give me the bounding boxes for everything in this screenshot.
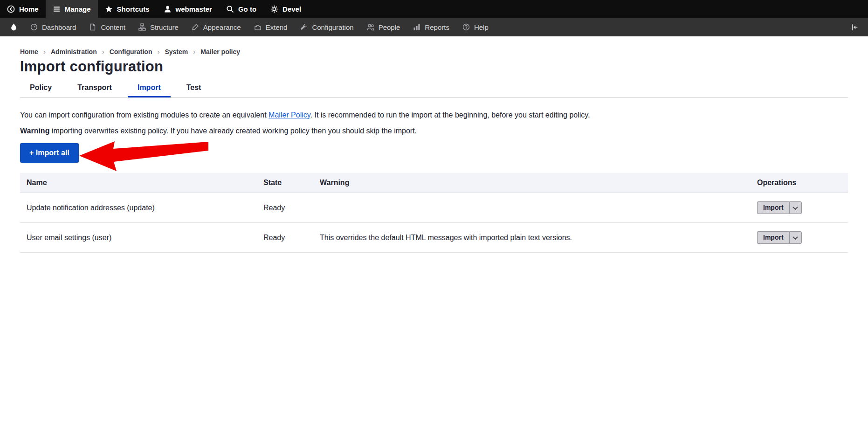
breadcrumb-configuration[interactable]: Configuration — [110, 48, 152, 55]
puzzle-icon — [254, 23, 262, 31]
toolbar-item-label: Manage — [65, 5, 91, 13]
dashboard-icon — [30, 23, 38, 31]
toolbar-item-home[interactable]: Home — [0, 0, 46, 18]
warning-text: importing overwrites existing policy. If… — [49, 127, 417, 135]
intro-text: You can import configuration from existi… — [20, 109, 848, 137]
hamburger-icon — [53, 5, 61, 13]
table-row: User email settings (user) Ready This ov… — [20, 223, 848, 253]
breadcrumb-system[interactable]: System — [165, 48, 188, 55]
user-icon — [164, 5, 172, 13]
cell-warning — [313, 193, 751, 223]
tray-spacer — [495, 18, 845, 36]
menu-item-label: People — [379, 23, 400, 31]
cell-operations: Import — [751, 223, 848, 253]
tab-transport[interactable]: Transport — [68, 79, 122, 97]
page-title: Import configuration — [20, 58, 848, 75]
main-content: Home › Administration › Configuration › … — [0, 36, 868, 253]
star-icon — [105, 5, 113, 13]
menu-item-label: Appearance — [203, 23, 241, 31]
people-icon — [367, 23, 374, 31]
chevron-right-icon: › — [193, 48, 195, 55]
toolbar-item-shortcuts[interactable]: Shortcuts — [98, 0, 157, 18]
cell-state: Ready — [257, 223, 313, 253]
wrench-icon — [300, 23, 308, 31]
chevron-down-icon — [792, 234, 798, 239]
menu-item-label: Help — [474, 23, 489, 31]
menu-item-label: Dashboard — [42, 23, 76, 31]
brush-icon — [192, 23, 199, 31]
chevron-right-icon: › — [43, 48, 46, 55]
menu-item-label: Structure — [150, 23, 179, 31]
menu-item-content[interactable]: Content — [83, 18, 132, 36]
column-header-state: State — [257, 173, 313, 193]
gear-icon — [270, 5, 278, 13]
toolbar-item-label: Shortcuts — [117, 5, 150, 13]
toolbar-orientation-toggle-icon[interactable] — [845, 18, 864, 36]
intro-paragraph: You can import configuration from existi… — [20, 109, 848, 121]
toolbar-item-goto[interactable]: Go to — [219, 0, 263, 18]
table-row: Update notification addresses (update) R… — [20, 193, 848, 223]
column-header-warning: Warning — [313, 173, 751, 193]
cell-name: Update notification addresses (update) — [20, 193, 257, 223]
cell-warning: This overrides the default HTML messages… — [313, 223, 751, 253]
bar-chart-icon — [413, 23, 420, 31]
chevron-down-icon — [792, 204, 798, 209]
menu-item-label: Configuration — [312, 23, 353, 31]
menu-item-reports[interactable]: Reports — [406, 18, 456, 36]
menu-item-people[interactable]: People — [360, 18, 407, 36]
menu-item-help[interactable]: Help — [456, 18, 495, 36]
toolbar-item-user[interactable]: webmaster — [157, 0, 219, 18]
toolbar-item-label: Devel — [282, 5, 301, 13]
tab-import[interactable]: Import — [128, 79, 171, 97]
dropdown-toggle[interactable] — [789, 231, 802, 244]
breadcrumb-mailer-policy[interactable]: Mailer policy — [200, 48, 240, 55]
import-all-button[interactable]: + Import all — [20, 143, 79, 163]
menu-item-label: Reports — [425, 23, 449, 31]
menu-item-extend[interactable]: Extend — [248, 18, 294, 36]
menu-item-appearance[interactable]: Appearance — [185, 18, 248, 36]
chevron-right-icon: › — [102, 48, 104, 55]
admin-toolbar: Home Manage Shortcuts webmaster Go to De… — [0, 0, 868, 18]
breadcrumb-administration[interactable]: Administration — [51, 48, 97, 55]
sitemap-icon — [138, 23, 146, 31]
column-header-operations: Operations — [751, 173, 848, 193]
tab-test[interactable]: Test — [177, 79, 211, 97]
drupal-logo-icon[interactable] — [4, 18, 24, 36]
mailer-policy-link[interactable]: Mailer Policy — [269, 111, 310, 119]
toolbar-item-label: Go to — [238, 5, 256, 13]
toolbar-item-label: Home — [19, 5, 39, 13]
menu-item-configuration[interactable]: Configuration — [294, 18, 360, 36]
import-dropbutton: Import — [757, 201, 802, 214]
import-button[interactable]: Import — [757, 231, 789, 244]
import-button[interactable]: Import — [757, 201, 789, 214]
toolbar-item-label: webmaster — [176, 5, 212, 13]
intro-text-before-link: You can import configuration from existi… — [20, 111, 269, 119]
intro-text-after-link: . It is recommended to run the import at… — [310, 111, 590, 119]
breadcrumb: Home › Administration › Configuration › … — [20, 48, 848, 55]
cell-state: Ready — [257, 193, 313, 223]
cell-name: User email settings (user) — [20, 223, 257, 253]
menu-item-label: Extend — [266, 23, 288, 31]
home-icon — [7, 5, 15, 13]
chevron-right-icon: › — [157, 48, 159, 55]
warning-label: Warning — [20, 127, 49, 135]
menu-item-dashboard[interactable]: Dashboard — [24, 18, 83, 36]
column-header-name: Name — [20, 173, 257, 193]
toolbar-item-devel[interactable]: Devel — [263, 0, 308, 18]
dropdown-toggle[interactable] — [789, 201, 802, 214]
toolbar-item-manage[interactable]: Manage — [46, 0, 98, 18]
import-table: Name State Warning Operations Update not… — [20, 173, 848, 253]
menu-item-structure[interactable]: Structure — [132, 18, 185, 36]
tabs-bar: Policy Transport Import Test — [20, 79, 848, 98]
search-icon — [226, 5, 234, 13]
admin-menu-tray: Dashboard Content Structure Appearance E… — [0, 18, 868, 36]
table-header-row: Name State Warning Operations — [20, 173, 848, 193]
import-dropbutton: Import — [757, 231, 802, 244]
cell-operations: Import — [751, 193, 848, 223]
breadcrumb-home[interactable]: Home — [20, 48, 38, 55]
question-icon — [462, 23, 470, 31]
menu-item-label: Content — [101, 23, 125, 31]
document-icon — [89, 23, 96, 31]
tab-policy[interactable]: Policy — [20, 79, 62, 97]
warning-paragraph: Warning importing overwrites existing po… — [20, 125, 848, 137]
